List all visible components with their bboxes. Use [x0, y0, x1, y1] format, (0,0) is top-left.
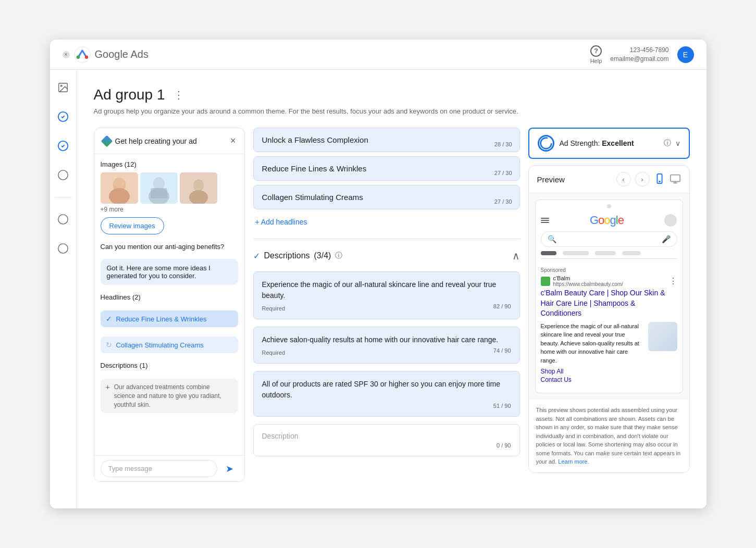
ai-panel-header: Get help creating your ad ×: [94, 128, 244, 154]
collapse-icon[interactable]: ∧: [512, 250, 520, 262]
svg-point-2: [84, 55, 88, 58]
review-images-button[interactable]: Review images: [101, 217, 164, 234]
logo-text: Google Ads: [95, 48, 148, 60]
images-label: Images (12): [101, 160, 238, 168]
ad-links: Shop All Contact Us: [541, 368, 677, 383]
mobile-device-icon[interactable]: [654, 173, 665, 186]
desc-1-text: Experience the magic of our all-natural …: [262, 279, 511, 301]
help-button[interactable]: ? Help: [590, 45, 602, 64]
headline-field-2[interactable]: Reduce Fine Lines & Wrinkles 27 / 30: [253, 156, 520, 181]
google-ads-logo-icon: [74, 46, 91, 63]
sidebar-icon-circle3[interactable]: [54, 239, 72, 258]
sidebar-icon-image[interactable]: [54, 78, 72, 97]
descriptions-info-icon[interactable]: ⓘ: [335, 251, 342, 260]
preview-title: Preview: [537, 175, 565, 184]
ai-panel-close[interactable]: ×: [230, 135, 236, 146]
svg-point-19: [193, 179, 204, 192]
ai-headline-item-2[interactable]: ↻ Collagen Stimulating Creams: [101, 337, 238, 353]
desc-3-text: All of our products are rated SPF 30 or …: [262, 379, 511, 401]
contact-us-link[interactable]: Contact Us: [541, 376, 677, 383]
preview-header: Preview ‹ ›: [529, 166, 689, 193]
sidebar-icon-circle1[interactable]: [54, 166, 72, 184]
account-phone: 123-456-7890: [610, 46, 668, 55]
ad-headline-preview: c'Balm Beauty Care | Shop Our Skin & Hai…: [541, 288, 677, 319]
add-headline-button[interactable]: + Add headlines: [253, 214, 520, 230]
middle-panel: Unlock a Flawless Complexion 28 / 30 Red…: [253, 128, 520, 482]
account-avatar[interactable]: E: [677, 46, 694, 63]
ad-more-icon[interactable]: ⋮: [669, 276, 677, 286]
preview-mic-icon: 🎤: [662, 235, 671, 243]
ai-headlines-label: Headlines (2): [101, 293, 238, 301]
svg-point-1: [76, 55, 79, 58]
desc-1-label: Required: [262, 305, 286, 312]
google-user-circle: [664, 214, 677, 227]
descriptions-title: Descriptions: [264, 251, 310, 260]
strength-circle: [538, 135, 554, 152]
desc-field-2[interactable]: Achieve salon-quality results at home wi…: [253, 327, 520, 364]
ai-desc-text: Our advanced treatments combine science …: [114, 383, 233, 409]
sidebar-icon-check1[interactable]: [54, 107, 72, 126]
preview-mockup: Google 🔍 🎤: [529, 193, 689, 400]
ai-header-left: Get help creating your ad: [103, 137, 197, 145]
hamburger-icon: [541, 218, 549, 223]
sidebar-icon-circle2[interactable]: [54, 210, 72, 229]
image-thumb-3: [180, 172, 217, 204]
images-row: [101, 172, 238, 204]
svg-point-9: [58, 244, 68, 253]
preview-search-bar: 🔍 🎤: [541, 231, 677, 247]
ai-message-input[interactable]: [101, 460, 217, 477]
desc-field-3[interactable]: All of our products are rated SPF 30 or …: [253, 371, 520, 417]
ai-response: Got it. Here are some more ideas I gener…: [101, 259, 238, 285]
strength-info-icon[interactable]: ⓘ: [664, 139, 671, 148]
right-panel: Ad Strength: Excellent ⓘ ∨ Preview: [528, 128, 690, 508]
strength-left: Ad Strength: Excellent: [538, 135, 634, 152]
headline-field-3[interactable]: Collagen Stimulating Creams 27 / 30: [253, 185, 520, 209]
brand-icon: [541, 277, 550, 286]
ai-headline-item-1[interactable]: ✓ Reduce Fine Lines & Wrinkles: [101, 310, 238, 327]
svg-point-23: [659, 181, 660, 182]
ai-descriptions-label: Descriptions (1): [101, 362, 238, 369]
preview-prev-button[interactable]: ‹: [616, 172, 631, 186]
preview-tabs: [541, 251, 677, 259]
strength-collapse-icon[interactable]: ∨: [675, 139, 680, 147]
svg-rect-17: [151, 188, 167, 198]
close-button[interactable]: ×: [63, 51, 70, 58]
headline-field-1[interactable]: Unlock a Flawless Complexion 28 / 30: [253, 128, 520, 152]
page-content: Ad group 1 ⋮ Ad groups help you organize…: [77, 70, 707, 508]
preview-note: This preview shows potential ads assembl…: [529, 400, 689, 472]
three-column-layout: Get help creating your ad × Images (12): [94, 128, 690, 508]
descriptions-count: (3/4): [314, 251, 331, 260]
desc-field-1[interactable]: Experience the magic of our all-natural …: [253, 271, 520, 319]
help-icon: ?: [590, 45, 602, 57]
main-layout: Ad group 1 ⋮ Ad groups help you organize…: [50, 70, 707, 508]
ai-panel-body: Images (12): [94, 154, 244, 455]
google-nav: Google: [541, 211, 677, 231]
add-desc-icon: +: [106, 383, 110, 391]
shop-all-link[interactable]: Shop All: [541, 368, 677, 375]
send-button[interactable]: ➤: [221, 460, 238, 477]
desc-1-count: 82 / 90: [493, 303, 511, 312]
ai-desc-item[interactable]: + Our advanced treatments combine scienc…: [101, 379, 238, 413]
desktop-device-icon[interactable]: [670, 173, 681, 186]
more-options-icon[interactable]: ⋮: [171, 86, 186, 103]
svg-point-0: [74, 46, 90, 62]
more-images-text: +9 more: [101, 206, 238, 213]
desc-field-4[interactable]: Description 0 / 90: [253, 424, 520, 456]
headline-3-count: 27 / 30: [494, 198, 512, 205]
section-divider: [253, 239, 520, 239]
sidebar-icon-check2[interactable]: [54, 136, 72, 155]
sponsored-label: Sponsored: [541, 267, 677, 273]
strength-value: Excellent: [602, 139, 634, 147]
logo-area: × Google Ads: [63, 46, 148, 63]
preview-next-button[interactable]: ›: [635, 172, 650, 186]
account-info: 123-456-7890 emailme@gmail.com: [610, 46, 668, 64]
descriptions-title-row: ✓ Descriptions (3/4) ⓘ: [253, 251, 343, 261]
desc-2-text: Achieve salon-quality results at home wi…: [262, 334, 511, 345]
svg-point-13: [114, 178, 125, 188]
sidebar: [50, 70, 77, 508]
browser-window: × Google Ads ? Help 123-456-7890 emailme…: [50, 40, 707, 508]
learn-more-link[interactable]: Learn more.: [558, 458, 589, 465]
desc-2-count: 74 / 90: [493, 347, 511, 356]
ai-headline-text-2: Collagen Stimulating Creams: [116, 341, 204, 349]
ad-body-text: Experience the magic of our all-natural …: [541, 322, 644, 365]
